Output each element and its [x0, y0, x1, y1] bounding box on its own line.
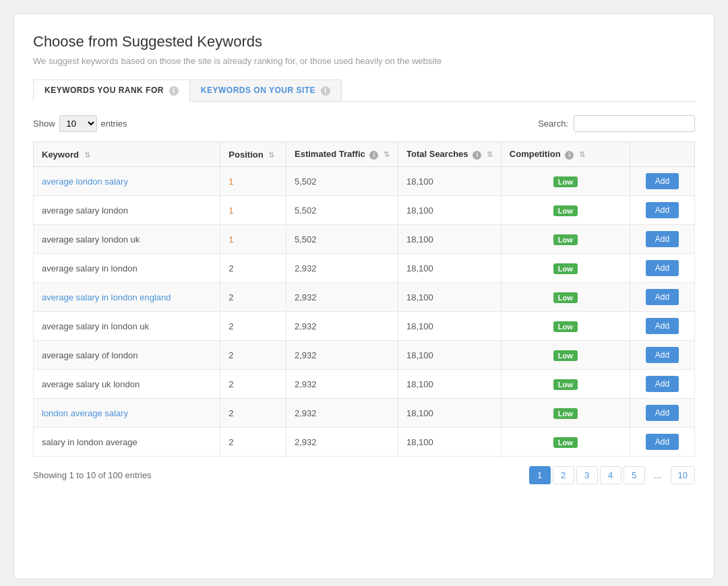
cell-position: 1	[220, 167, 286, 196]
cell-competition: Low	[501, 167, 630, 196]
pagination-page-10[interactable]: 10	[671, 466, 695, 484]
col-competition-info-icon: i	[565, 151, 574, 160]
competition-badge: Low	[553, 292, 578, 303]
tab-keywords-site[interactable]: KEYWORDS ON YOUR SITE i	[190, 79, 342, 102]
cell-keyword: salary in london average	[34, 428, 220, 457]
cell-traffic: 2,932	[286, 399, 398, 428]
sort-icon-keyword[interactable]: ⇅	[84, 151, 90, 160]
cell-keyword: average salary in london england	[34, 283, 220, 312]
cell-keyword: average salary of london	[34, 341, 220, 370]
cell-traffic: 2,932	[286, 283, 398, 312]
competition-badge: Low	[553, 263, 578, 274]
competition-badge: Low	[553, 408, 578, 419]
table-row: average salary in london uk22,93218,100L…	[34, 312, 695, 341]
table-header-row: Keyword ⇅ Position ⇅ Estimated Traffic i…	[34, 142, 695, 167]
cell-searches: 18,100	[398, 370, 502, 399]
cell-position: 2	[220, 399, 286, 428]
col-header-position: Position ⇅	[220, 142, 286, 167]
cell-searches: 18,100	[398, 254, 502, 283]
add-keyword-button[interactable]: Add	[646, 347, 679, 363]
keyword-link[interactable]: average london salary	[42, 176, 128, 187]
cell-action: Add	[630, 399, 694, 428]
page-title: Choose from Suggested Keywords	[33, 33, 695, 51]
cell-action: Add	[630, 283, 694, 312]
cell-keyword: london average salary	[34, 399, 220, 428]
cell-traffic: 5,502	[286, 196, 398, 225]
competition-badge: Low	[553, 176, 578, 187]
pagination-page-4[interactable]: 4	[600, 466, 621, 484]
cell-searches: 18,100	[398, 196, 502, 225]
sort-icon-searches[interactable]: ⇅	[487, 150, 493, 159]
cell-searches: 18,100	[398, 167, 502, 196]
pagination: 12345...10	[529, 466, 695, 484]
add-keyword-button[interactable]: Add	[646, 173, 679, 189]
cell-action: Add	[630, 428, 694, 457]
cell-competition: Low	[501, 196, 630, 225]
cell-traffic: 2,932	[286, 312, 398, 341]
pagination-page-3[interactable]: 3	[576, 466, 598, 484]
table-controls: Show 10 25 50 100 entries Search:	[33, 115, 695, 132]
table-row: average london salary15,50218,100LowAdd	[34, 167, 695, 196]
cell-competition: Low	[501, 399, 630, 428]
keyword-link[interactable]: average salary in london england	[42, 292, 171, 302]
search-input[interactable]	[574, 115, 695, 132]
cell-position: 2	[220, 312, 286, 341]
page-subtitle: We suggest keywords based on those the s…	[33, 56, 695, 66]
cell-keyword: average salary london uk	[34, 225, 220, 254]
cell-competition: Low	[501, 254, 630, 283]
add-keyword-button[interactable]: Add	[646, 405, 679, 421]
cell-traffic: 2,932	[286, 370, 398, 399]
cell-competition: Low	[501, 341, 630, 370]
cell-keyword: average london salary	[34, 167, 220, 196]
table-row: average salary uk london22,93218,100LowA…	[34, 370, 695, 399]
entries-select[interactable]: 10 25 50 100	[59, 115, 97, 132]
add-keyword-button[interactable]: Add	[646, 318, 679, 334]
col-header-traffic: Estimated Traffic i ⇅	[286, 142, 398, 167]
add-keyword-button[interactable]: Add	[646, 376, 679, 392]
col-header-searches: Total Searches i ⇅	[398, 142, 502, 167]
sort-icon-position[interactable]: ⇅	[268, 151, 274, 160]
add-keyword-button[interactable]: Add	[646, 289, 679, 305]
col-header-action	[630, 142, 694, 167]
competition-badge: Low	[553, 321, 578, 332]
cell-action: Add	[630, 312, 694, 341]
cell-traffic: 2,932	[286, 341, 398, 370]
cell-searches: 18,100	[398, 225, 502, 254]
add-keyword-button[interactable]: Add	[646, 202, 679, 218]
sort-icon-traffic[interactable]: ⇅	[384, 150, 390, 159]
competition-badge: Low	[553, 205, 578, 216]
table-row: salary in london average22,93218,100LowA…	[34, 428, 695, 457]
cell-keyword: average salary uk london	[34, 370, 220, 399]
pagination-ellipsis: ...	[647, 467, 669, 484]
cell-position: 2	[220, 428, 286, 457]
cell-position: 1	[220, 225, 286, 254]
keywords-table: Keyword ⇅ Position ⇅ Estimated Traffic i…	[33, 141, 695, 457]
tab-keywords-rank[interactable]: KEYWORDS YOU RANK FOR i	[33, 79, 190, 102]
entries-label: entries	[101, 119, 127, 129]
cell-competition: Low	[501, 312, 630, 341]
add-keyword-button[interactable]: Add	[646, 260, 679, 276]
show-entries-control: Show 10 25 50 100 entries	[33, 115, 127, 132]
pagination-page-2[interactable]: 2	[553, 466, 574, 484]
pagination-page-5[interactable]: 5	[624, 466, 645, 484]
cell-action: Add	[630, 370, 694, 399]
cell-position: 2	[220, 370, 286, 399]
tab-site-info-icon: i	[321, 86, 330, 96]
tab-bar: KEYWORDS YOU RANK FOR i KEYWORDS ON YOUR…	[33, 79, 695, 102]
sort-icon-competition[interactable]: ⇅	[579, 150, 585, 159]
add-keyword-button[interactable]: Add	[646, 231, 679, 247]
cell-traffic: 5,502	[286, 167, 398, 196]
competition-badge: Low	[553, 379, 578, 390]
keyword-link[interactable]: london average salary	[42, 408, 128, 418]
col-header-keyword: Keyword ⇅	[34, 142, 220, 167]
cell-action: Add	[630, 341, 694, 370]
cell-traffic: 2,932	[286, 428, 398, 457]
pagination-page-1[interactable]: 1	[529, 466, 551, 484]
cell-searches: 18,100	[398, 399, 502, 428]
add-keyword-button[interactable]: Add	[646, 434, 679, 450]
cell-searches: 18,100	[398, 283, 502, 312]
competition-badge: Low	[553, 350, 578, 361]
cell-searches: 18,100	[398, 341, 502, 370]
tab-rank-info-icon: i	[169, 86, 179, 96]
table-row: average salary london uk15,50218,100LowA…	[34, 225, 695, 254]
